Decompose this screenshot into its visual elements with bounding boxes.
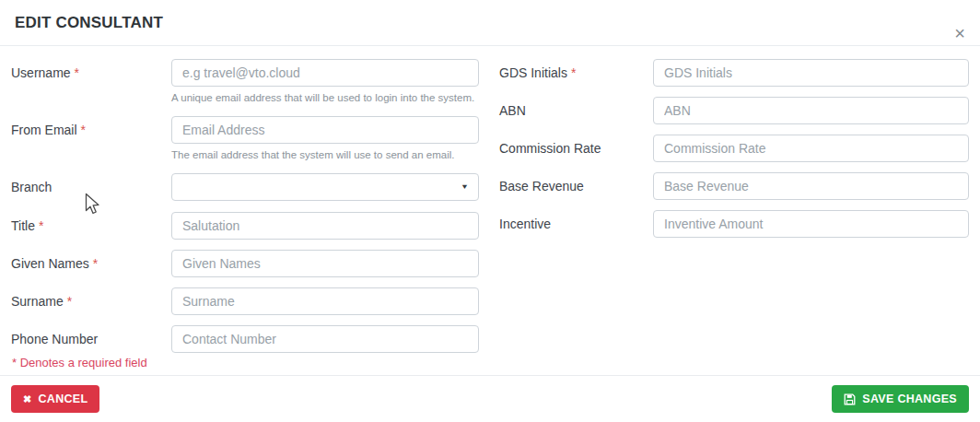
save-changes-button-label: SAVE CHANGES [862, 393, 957, 405]
phone-number-label-text: Phone Number [11, 332, 98, 346]
abn-label: ABN [499, 97, 653, 124]
from-email-label-text: From Email [11, 123, 77, 137]
form-row-given-names: Given Names* [11, 250, 479, 277]
incentive-input[interactable] [653, 210, 969, 238]
surname-label-text: Surname [11, 294, 64, 309]
given-names-input[interactable] [171, 250, 479, 277]
branch-select[interactable]: ▼ [171, 173, 479, 201]
modal-footer: ✖ CANCEL SAVE CHANGES [0, 375, 980, 422]
form-row-surname: Surname* [11, 287, 479, 315]
caret-down-icon: ▼ [461, 183, 469, 192]
form-row-phone-number: Phone Number [11, 325, 479, 353]
form-row-incentive: Incentive [499, 210, 969, 238]
save-changes-button[interactable]: SAVE CHANGES [832, 385, 969, 413]
from-email-helper-text: The email address that the system will u… [171, 148, 479, 161]
form-row-gds-initials: GDS Initials* [499, 59, 969, 87]
given-names-label: Given Names* [11, 250, 171, 277]
title-label-text: Title [11, 218, 35, 233]
form-row-from-email: From Email* The email address that the s… [11, 116, 479, 163]
from-email-input[interactable] [171, 116, 479, 144]
phone-number-input[interactable] [171, 325, 479, 353]
edit-consultant-modal: EDIT CONSULTANT × Username* A unique ema… [0, 0, 980, 422]
floppy-disk-icon [844, 393, 856, 405]
form-row-title: Title* [11, 212, 479, 240]
cancel-button-label: CANCEL [39, 393, 88, 405]
incentive-label: Incentive [499, 210, 653, 238]
commission-rate-label-text: Commission Rate [499, 141, 601, 156]
x-icon: ✖ [23, 394, 32, 404]
commission-rate-label: Commission Rate [499, 135, 653, 162]
required-asterisk: * [75, 65, 79, 80]
required-asterisk: * [39, 218, 43, 233]
abn-input[interactable] [653, 97, 969, 124]
username-input[interactable] [171, 59, 479, 87]
branch-label-text: Branch [11, 180, 52, 194]
form-column-left: Username* A unique email address that wi… [11, 59, 479, 369]
username-helper-text: A unique email address that will be used… [171, 91, 479, 104]
branch-label: Branch [11, 173, 171, 201]
given-names-label-text: Given Names [11, 256, 89, 271]
modal-body: Username* A unique email address that wi… [0, 46, 980, 369]
username-label-text: Username [11, 65, 71, 80]
gds-initials-label-text: GDS Initials [499, 65, 567, 80]
base-revenue-label: Base Revenue [499, 172, 653, 200]
cancel-button[interactable]: ✖ CANCEL [11, 385, 99, 413]
page-title: EDIT CONSULTANT [15, 14, 163, 32]
required-asterisk: * [571, 65, 576, 80]
form-row-commission-rate: Commission Rate [499, 135, 969, 162]
gds-initials-input[interactable] [653, 59, 969, 87]
surname-input[interactable] [171, 287, 479, 315]
form-row-branch: Branch ▼ [11, 173, 479, 201]
gds-initials-label: GDS Initials* [499, 59, 653, 87]
commission-rate-input[interactable] [653, 135, 969, 162]
form-column-right: GDS Initials* ABN Commission Rate Base R… [499, 59, 969, 369]
incentive-label-text: Incentive [499, 217, 551, 231]
form-row-abn: ABN [499, 97, 969, 124]
from-email-label: From Email* [11, 116, 171, 163]
title-input[interactable] [171, 212, 479, 240]
base-revenue-input[interactable] [653, 172, 969, 200]
close-icon[interactable]: × [951, 24, 969, 42]
title-label: Title* [11, 212, 171, 240]
base-revenue-label-text: Base Revenue [499, 179, 584, 193]
phone-number-label: Phone Number [11, 325, 171, 353]
modal-header: EDIT CONSULTANT [0, 0, 980, 46]
abn-label-text: ABN [499, 103, 526, 118]
required-asterisk: * [81, 123, 86, 137]
required-field-note: * Denotes a required field [11, 356, 479, 369]
form-row-username: Username* A unique email address that wi… [11, 59, 479, 106]
required-asterisk: * [93, 256, 98, 271]
surname-label: Surname* [11, 287, 171, 315]
username-label: Username* [11, 59, 171, 106]
required-asterisk: * [67, 294, 72, 309]
form-row-base-revenue: Base Revenue [499, 172, 969, 200]
